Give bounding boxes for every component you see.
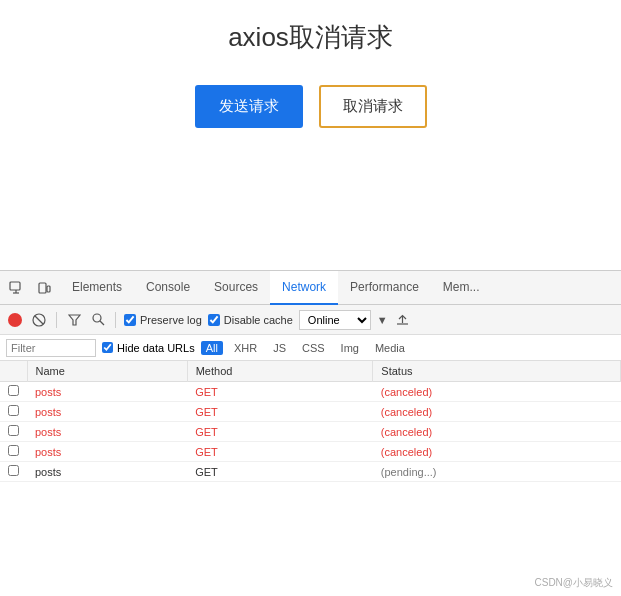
table-row[interactable]: postsGET(canceled) — [0, 422, 621, 442]
svg-rect-0 — [10, 282, 20, 290]
col-checkbox-header — [0, 361, 27, 382]
upload-icon[interactable] — [394, 311, 412, 329]
svg-rect-4 — [47, 286, 50, 292]
filter-img-button[interactable]: Img — [336, 341, 364, 355]
row-status: (canceled) — [373, 442, 621, 462]
throttle-select[interactable]: Online Fast 3G Slow 3G Offline — [299, 310, 371, 330]
send-request-button[interactable]: 发送请求 — [195, 85, 303, 128]
divider-2 — [115, 312, 116, 328]
tab-elements[interactable]: Elements — [60, 271, 134, 305]
devtools-tab-bar: Elements Console Sources Network Perform… — [0, 271, 621, 305]
svg-rect-3 — [39, 283, 46, 293]
svg-marker-7 — [69, 315, 80, 325]
cancel-request-button[interactable]: 取消请求 — [319, 85, 427, 128]
row-method: GET — [187, 462, 373, 482]
hide-data-urls-checkbox[interactable] — [102, 342, 113, 353]
preserve-log-checkbox-group[interactable]: Preserve log — [124, 314, 202, 326]
row-checkbox-cell[interactable] — [0, 422, 27, 442]
row-checkbox-cell[interactable] — [0, 382, 27, 402]
tab-performance[interactable]: Performance — [338, 271, 431, 305]
row-checkbox-cell[interactable] — [0, 442, 27, 462]
page-title: axios取消请求 — [0, 20, 621, 55]
filter-js-button[interactable]: JS — [268, 341, 291, 355]
disable-cache-checkbox[interactable] — [208, 314, 220, 326]
record-button[interactable] — [6, 311, 24, 329]
row-name[interactable]: posts — [27, 382, 187, 402]
devtools-filter-bar: Hide data URLs All XHR JS CSS Img Media — [0, 335, 621, 361]
tab-console[interactable]: Console — [134, 271, 202, 305]
svg-line-6 — [35, 316, 43, 324]
row-status: (canceled) — [373, 382, 621, 402]
table-row[interactable]: postsGET(pending...) — [0, 462, 621, 482]
devtools-toolbar: Preserve log Disable cache Online Fast 3… — [0, 305, 621, 335]
svg-line-9 — [100, 321, 104, 325]
tab-sources[interactable]: Sources — [202, 271, 270, 305]
clear-button[interactable] — [30, 311, 48, 329]
disable-cache-checkbox-group[interactable]: Disable cache — [208, 314, 293, 326]
throttle-arrow: ▼ — [377, 314, 388, 326]
row-checkbox[interactable] — [8, 385, 19, 396]
filter-button[interactable] — [65, 311, 83, 329]
search-button[interactable] — [89, 311, 107, 329]
row-name[interactable]: posts — [27, 402, 187, 422]
col-name-header[interactable]: Name — [27, 361, 187, 382]
filter-xhr-button[interactable]: XHR — [229, 341, 262, 355]
tab-memory[interactable]: Mem... — [431, 271, 492, 305]
row-method: GET — [187, 382, 373, 402]
preserve-log-checkbox[interactable] — [124, 314, 136, 326]
row-method: GET — [187, 442, 373, 462]
hide-data-urls-checkbox-group[interactable]: Hide data URLs — [102, 342, 195, 354]
filter-input[interactable] — [6, 339, 96, 357]
row-checkbox[interactable] — [8, 405, 19, 416]
svg-point-8 — [93, 314, 101, 322]
row-checkbox[interactable] — [8, 425, 19, 436]
row-status: (pending...) — [373, 462, 621, 482]
row-method: GET — [187, 402, 373, 422]
page-area: axios取消请求 发送请求 取消请求 — [0, 0, 621, 270]
row-name[interactable]: posts — [27, 442, 187, 462]
inspect-icon[interactable] — [4, 276, 28, 300]
row-status: (canceled) — [373, 402, 621, 422]
tab-network[interactable]: Network — [270, 271, 338, 305]
button-row: 发送请求 取消请求 — [0, 85, 621, 128]
filter-css-button[interactable]: CSS — [297, 341, 330, 355]
row-checkbox-cell[interactable] — [0, 402, 27, 422]
network-table-container: Name Method Status postsGET(canceled)pos… — [0, 361, 621, 596]
divider-1 — [56, 312, 57, 328]
devtools-panel: Elements Console Sources Network Perform… — [0, 270, 621, 596]
row-checkbox-cell[interactable] — [0, 462, 27, 482]
row-checkbox[interactable] — [8, 465, 19, 476]
table-row[interactable]: postsGET(canceled) — [0, 442, 621, 462]
table-header-row: Name Method Status — [0, 361, 621, 382]
device-icon[interactable] — [32, 276, 56, 300]
table-row[interactable]: postsGET(canceled) — [0, 382, 621, 402]
filter-all-button[interactable]: All — [201, 341, 223, 355]
col-method-header[interactable]: Method — [187, 361, 373, 382]
col-status-header[interactable]: Status — [373, 361, 621, 382]
network-table: Name Method Status postsGET(canceled)pos… — [0, 361, 621, 482]
row-status: (canceled) — [373, 422, 621, 442]
row-checkbox[interactable] — [8, 445, 19, 456]
row-name[interactable]: posts — [27, 422, 187, 442]
row-method: GET — [187, 422, 373, 442]
table-row[interactable]: postsGET(canceled) — [0, 402, 621, 422]
row-name[interactable]: posts — [27, 462, 187, 482]
filter-media-button[interactable]: Media — [370, 341, 410, 355]
